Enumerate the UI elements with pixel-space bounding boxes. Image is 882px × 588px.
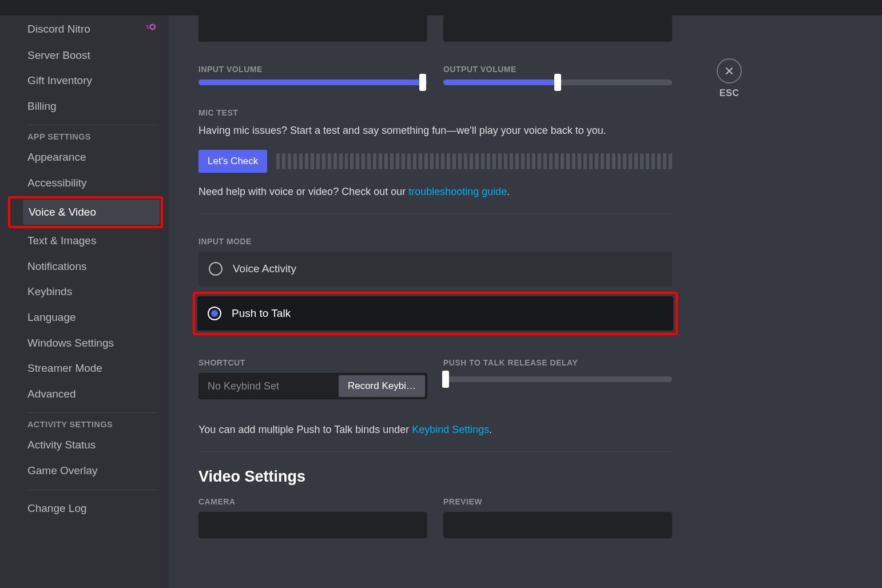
sidebar-item-game-overlay[interactable]: Game Overlay [22,458,163,484]
sidebar-item-label: Voice & Video [29,205,96,220]
mic-bar [441,153,444,169]
mic-bar [566,153,570,169]
mic-bar [316,153,320,169]
keybind-settings-link[interactable]: Keybind Settings [412,424,489,435]
slider-thumb[interactable] [442,371,449,388]
mic-test-button[interactable]: Let's Check [198,150,267,173]
mic-bar [521,153,525,169]
video-settings-heading: Video Settings [198,468,672,486]
sidebar-item-label: Text & Images [27,233,96,249]
mic-bar [543,153,547,169]
ptt-delay-slider[interactable] [443,376,672,382]
svg-rect-3 [147,27,149,29]
sidebar-item-server-boost[interactable]: Server Boost [22,43,163,69]
svg-point-1 [151,25,154,29]
output-volume-slider[interactable] [443,80,672,85]
svg-rect-2 [146,25,149,26]
sidebar-item-streamer-mode[interactable]: Streamer Mode [22,356,163,382]
sidebar-item-label: Accessibility [27,176,86,191]
mic-bar [339,153,343,169]
camera-select[interactable] [198,512,427,538]
separator [27,490,157,490]
sidebar-item-notifications[interactable]: Notifications [22,254,163,280]
mic-bar [464,153,467,169]
sidebar-item-text-images[interactable]: Text & Images [22,228,163,254]
mic-bar [515,153,519,169]
sidebar-item-windows-settings[interactable]: Windows Settings [22,331,163,356]
close-label: ESC [720,88,739,98]
highlight-voice-video: Voice & Video [8,196,163,229]
sidebar-item-gift-inventory[interactable]: Gift Inventory [22,68,163,94]
sidebar-item-label: Billing [27,99,57,114]
mic-bar [612,153,615,169]
camera-preview [443,512,672,538]
radio-icon [209,262,223,276]
sidebar-item-voice-video[interactable]: Voice & Video [23,200,160,225]
radio-push-to-talk[interactable]: Push to Talk [197,296,673,331]
close-button[interactable] [717,58,742,84]
mic-bar [629,153,632,169]
sidebar-item-nitro[interactable]: Discord Nitro [22,15,163,43]
radio-voice-activity[interactable]: Voice Activity [198,252,672,286]
settings-content: INPUT VOLUME OUTPUT VOLUME MIC TEST [169,15,695,588]
mic-bar [458,153,462,169]
sidebar-item-language[interactable]: Language [22,305,163,331]
mic-bar [367,153,371,169]
separator [27,412,157,413]
mic-bar [532,153,535,169]
mic-bar [623,153,626,169]
mic-bar [663,153,666,169]
radio-label: Push to Talk [232,307,291,320]
close-icon [724,65,735,77]
slider-thumb[interactable] [419,74,426,91]
preview-label: PREVIEW [443,497,672,506]
sidebar-category-activity-settings: ACTIVITY SETTINGS [22,420,163,429]
mic-bar [487,153,490,169]
input-device-select[interactable] [198,15,427,42]
mic-bar [549,153,553,169]
mic-bar [651,153,655,169]
mic-bar [555,153,558,169]
highlight-push-to-talk: Push to Talk [193,292,678,335]
camera-label: CAMERA [198,497,427,506]
sidebar-item-label: Windows Settings [27,336,114,351]
mic-bar [282,153,285,169]
keybind-input[interactable]: No Keybind Set Record Keybi… [198,373,427,399]
mic-bar [481,153,484,169]
ptt-delay-label: PUSH TO TALK RELEASE DELAY [443,358,672,367]
mic-bar [595,153,598,169]
mic-bar [447,153,450,169]
sidebar-item-accessibility[interactable]: Accessibility [22,170,163,196]
mic-bar [606,153,610,169]
sidebar-item-label: Gift Inventory [27,73,92,89]
sidebar-item-change-log[interactable]: Change Log [22,496,163,522]
sidebar-item-keybinds[interactable]: Keybinds [22,279,163,305]
output-device-select[interactable] [443,15,672,42]
mic-bar [299,153,303,169]
input-mode-label: INPUT MODE [198,237,672,246]
sidebar-item-label: Discord Nitro [27,22,90,37]
sidebar-item-advanced[interactable]: Advanced [22,382,163,407]
input-volume-slider[interactable] [198,80,427,85]
radio-icon [208,307,221,320]
sidebar-item-label: Advanced [27,387,76,402]
radio-label: Voice Activity [233,263,296,275]
mic-bar [578,153,581,169]
sidebar-item-appearance[interactable]: Appearance [22,145,163,170]
troubleshooting-link[interactable]: troubleshooting guide [408,186,507,197]
mic-bar [379,153,382,169]
mic-bar [601,153,604,169]
keybind-placeholder: No Keybind Set [201,380,339,392]
sidebar-item-billing[interactable]: Billing [22,94,163,120]
record-keybind-button[interactable]: Record Keybi… [339,375,425,397]
mic-bar [322,153,325,169]
titlebar [0,0,882,15]
nitro-icon [145,21,157,38]
sidebar-item-activity-status[interactable]: Activity Status [22,432,163,458]
sidebar-item-label: Change Log [27,501,87,517]
sidebar-item-label: Keybinds [27,284,72,300]
sidebar-category-app-settings: APP SETTINGS [22,132,163,141]
mic-bar [436,153,439,169]
slider-thumb[interactable] [554,74,561,91]
sidebar-item-label: Game Overlay [27,463,97,479]
